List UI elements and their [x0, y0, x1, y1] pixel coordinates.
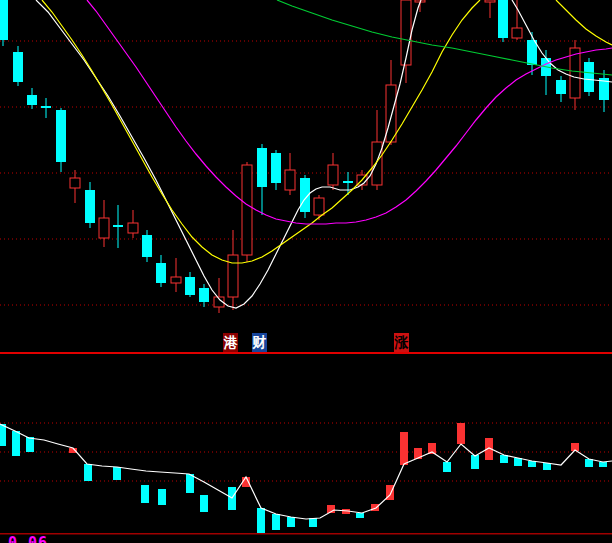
candle-body-down [199, 288, 209, 302]
indicator-value-label: 0.06 [8, 534, 48, 543]
candle-body-down [584, 62, 594, 92]
candle-body-down [343, 181, 353, 183]
candle-body-down [556, 80, 566, 94]
panel-divider [0, 352, 612, 354]
candle-body-down [257, 148, 267, 187]
candle-body-up [285, 170, 295, 190]
indicator-bar-down [356, 513, 364, 518]
candle-body-up [70, 178, 80, 188]
candle-body-down [142, 235, 152, 257]
candle-body-down [85, 190, 95, 223]
ma-mid-yellow [556, 0, 612, 45]
indicator-bar-down [0, 424, 6, 446]
indicator-bar-down [443, 462, 451, 472]
indicator-bar-up [400, 432, 408, 465]
indicator-bar-down [599, 462, 607, 467]
indicator-bar-down [26, 437, 34, 452]
candle-body-up [485, 0, 495, 2]
indicator-bar-down [12, 431, 20, 456]
candle-body-down [498, 0, 508, 38]
candle-body-down [27, 95, 37, 105]
candle-body-down [156, 263, 166, 283]
stock-chart-window: 港 财 涨 0.06 [0, 0, 612, 543]
ma-longest-green [277, 0, 612, 75]
candle-body-up [512, 28, 522, 38]
candle-body-down [13, 52, 23, 82]
indicator-bar-down [309, 518, 317, 527]
candle-body-down [185, 277, 195, 295]
candle-body-up [242, 165, 252, 255]
chart-canvas[interactable] [0, 0, 612, 543]
candle-body-up [372, 142, 382, 185]
indicator-bar-down [287, 517, 295, 527]
indicator-flag-cai: 财 [252, 333, 267, 352]
indicator-bar-up [457, 423, 465, 444]
indicator-flag-zhang: 涨 [394, 333, 409, 352]
candle-body-up [171, 277, 181, 283]
indicator-bar-down [141, 485, 149, 503]
candle-body-down [0, 0, 8, 40]
candle-body-down [271, 153, 281, 183]
indicator-bar-down [471, 455, 479, 469]
candle-body-down [113, 225, 123, 227]
candle-body-up [314, 198, 324, 215]
indicator-baseline [0, 533, 612, 535]
indicator-bar-down [113, 467, 121, 480]
indicator-bar-down [200, 495, 208, 512]
indicator-bar-down [272, 514, 280, 530]
candle-body-up [99, 218, 109, 238]
candle-body-up [386, 85, 396, 142]
candle-body-up [128, 223, 138, 233]
candle-body-down [41, 106, 51, 108]
indicator-bar-down [158, 489, 166, 505]
candle-body-down [56, 110, 66, 162]
indicator-bar-down [257, 508, 265, 534]
candle-body-up [328, 165, 338, 185]
indicator-flag-gang: 港 [223, 333, 238, 352]
indicator-bar-down [543, 463, 551, 470]
candle-body-up [228, 255, 238, 297]
indicator-bar-down [84, 464, 92, 481]
indicator-bar-down [186, 474, 194, 493]
candle-body-down [527, 40, 537, 65]
